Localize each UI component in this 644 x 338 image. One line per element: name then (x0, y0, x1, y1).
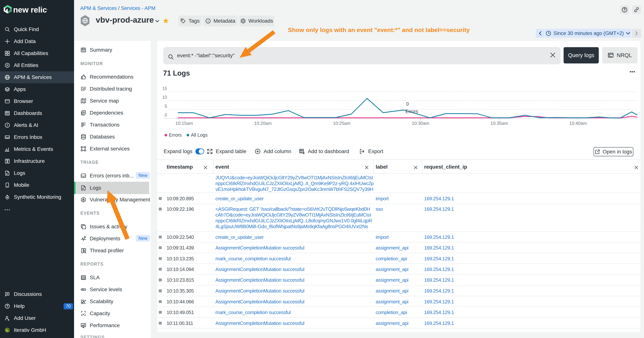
svg-text:0: 0 (164, 113, 167, 118)
svg-text:Show only logs with an event ": Show only logs with an event "event:*" a… (288, 27, 470, 33)
svg-text:5: 5 (164, 104, 167, 109)
svg-text:10:30am: 10:30am (412, 121, 429, 126)
svg-text:10: 10 (162, 95, 167, 100)
svg-text:15: 15 (162, 86, 167, 91)
svg-text:10:40am: 10:40am (569, 121, 586, 126)
svg-text:10:25am: 10:25am (333, 121, 350, 126)
svg-text:0: 0 (406, 101, 409, 107)
svg-text:Errors: Errors (406, 109, 418, 114)
svg-text:10:15am: 10:15am (176, 121, 193, 126)
svg-text:10:35am: 10:35am (490, 121, 508, 126)
svg-text:10:20am: 10:20am (254, 121, 272, 126)
